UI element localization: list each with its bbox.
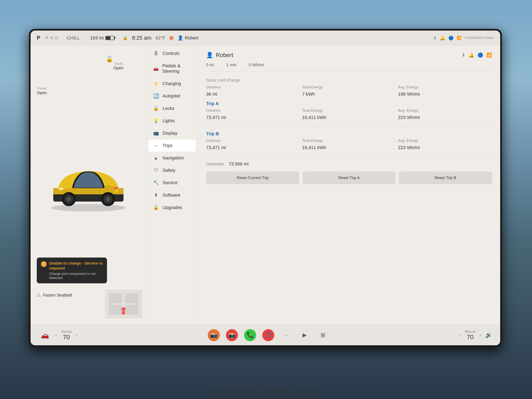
- trips-label: Trips: [163, 143, 172, 148]
- svg-point-8: [106, 197, 110, 201]
- camera-icon-taskbar[interactable]: 📷: [208, 329, 220, 341]
- apps-icon-taskbar[interactable]: ⊞: [317, 329, 329, 341]
- since-charge-values: 36 mi 7 kWh 198 Wh/mi: [206, 91, 492, 97]
- menu-pedals-steering[interactable]: 🚗 Pedals & Steering: [148, 60, 196, 77]
- bluetooth-icon: 🔵: [448, 36, 454, 40]
- display-label: Display: [163, 131, 177, 136]
- menu-safety[interactable]: 🛡 Safety: [148, 165, 196, 176]
- floor-map: [105, 290, 142, 318]
- gear-modes: R N D: [45, 36, 58, 40]
- slc-avg-value: 198 Wh/mi: [398, 91, 492, 97]
- menu-autopilot[interactable]: 🔄 Autopilot: [148, 90, 196, 102]
- main-content: 🔓 Trunk Open Frunk Open: [31, 45, 500, 325]
- trip-b-section: Trip B Distance Total Energy Avg. Energy…: [206, 131, 492, 156]
- status-bar: P R N D CHILL 193 mi 🔒 8:25 am 62°F 👤 Ro…: [31, 31, 500, 45]
- svg-point-5: [67, 197, 71, 201]
- download-icon: ⬇: [462, 52, 465, 58]
- gear-indicator: P: [37, 35, 41, 41]
- right-climate-control: Manual 70: [465, 330, 475, 341]
- taskbar: 🚗 ‹ Manual 70 › 📷 📸 📞 🎵 ··· ▶ ⊞: [31, 325, 500, 345]
- signal-bars-icon: 📶: [486, 52, 492, 58]
- svg-text:⚡: ⚡: [114, 188, 119, 193]
- svg-rect-13: [126, 294, 138, 303]
- locks-label: Locks: [163, 106, 174, 111]
- tb-avg-value: 223 Wh/mi: [398, 145, 492, 150]
- trunk-label-title: Trunk: [113, 62, 124, 66]
- menu-trips[interactable]: ↔ Trips: [148, 139, 196, 152]
- more-icon-taskbar[interactable]: ···: [280, 329, 292, 341]
- menu-upgrades[interactable]: 🔓 Upgrades: [148, 202, 196, 214]
- download-icon: ⬇: [433, 36, 437, 40]
- frunk-label-value: Open: [37, 90, 47, 95]
- current-distance: 0 mi: [206, 63, 214, 67]
- clock: 8:25 am: [132, 35, 151, 41]
- odometer-value: 73,566 mi: [229, 161, 249, 167]
- trips-icon: ↔: [153, 143, 159, 148]
- left-climate-arrow-left[interactable]: ‹: [55, 332, 57, 338]
- right-climate-arrow-right[interactable]: ›: [480, 332, 481, 338]
- left-climate-temp: 70: [61, 334, 72, 341]
- trip-b-title: Trip B: [206, 131, 492, 137]
- tb-energy-label: Total Energy: [302, 139, 396, 143]
- taskbar-left: 🚗 ‹ Manual 70 ›: [39, 329, 77, 341]
- service-label: Service: [163, 180, 177, 185]
- controls-icon: 🎛: [153, 51, 159, 56]
- dashcam-icon-taskbar[interactable]: 📸: [226, 329, 238, 341]
- svg-point-0: [51, 204, 126, 211]
- pedals-icon: 🚗: [153, 66, 158, 71]
- reset-current-trip-button[interactable]: Reset Current Trip: [206, 172, 299, 184]
- taskbar-center: 📷 📸 📞 🎵 ··· ▶ ⊞: [208, 329, 329, 341]
- service-icon: 🔧: [153, 180, 159, 185]
- trunk-label-value: Open: [113, 66, 124, 70]
- volume-icon[interactable]: 🔊: [485, 332, 492, 338]
- car-view-panel: 🔓 Trunk Open Frunk Open: [31, 45, 146, 325]
- menu-controls[interactable]: 🎛 Controls: [148, 48, 196, 59]
- seatbelt-warning: ⚠ Fasten Seatbelt: [37, 292, 72, 298]
- driver-current-stats: 0 mi 1 min 0 Wh/mi: [206, 63, 492, 72]
- left-climate-arrow-right[interactable]: ›: [76, 332, 77, 338]
- menu-software[interactable]: ⬇ Software: [148, 189, 196, 201]
- upgrades-label: Upgrades: [163, 205, 182, 210]
- left-climate-label: Manual: [61, 330, 72, 334]
- menu-locks[interactable]: 🔒 Locks: [148, 102, 196, 114]
- menu-charging[interactable]: ⚡ Charging: [148, 78, 196, 90]
- slc-distance-value: 36 mi: [206, 91, 300, 97]
- reset-trip-b-button[interactable]: Reset Trip B: [399, 172, 492, 184]
- pedals-label: Pedals & Steering: [162, 63, 191, 74]
- status-right-icons: ⬇ 🔔 🔵 📶 PASSENGER AIRBAG: [433, 36, 494, 40]
- frunk-status: Frunk Open: [37, 87, 47, 95]
- menu-service[interactable]: 🔧 Service: [148, 177, 196, 189]
- trunk-unlock-icon: 🔓: [106, 56, 113, 63]
- safety-icon: 🛡: [153, 168, 159, 173]
- screen-bezel: P R N D CHILL 193 mi 🔒 8:25 am 62°F 👤 Ro…: [29, 29, 502, 347]
- current-energy: 0 Wh/mi: [249, 63, 264, 67]
- user-name: Robert: [185, 35, 198, 41]
- slc-avg-label: Avg. Energy: [398, 85, 492, 89]
- trips-panel: 👤 Robert ⬇ 🔔 🔵 📶 0 mi 1 min 0 Wh/mi: [198, 45, 500, 325]
- menu-navigation[interactable]: ▲ Navigation: [148, 152, 196, 164]
- charge-error-subtitle: Charge port component is not detected: [49, 272, 103, 280]
- record-indicator: [169, 36, 173, 40]
- notification-icon: 🔔: [440, 36, 445, 40]
- music-icon-taskbar[interactable]: 🎵: [262, 329, 274, 341]
- bt-icon: 🔵: [477, 52, 483, 58]
- car-icon-taskbar[interactable]: 🚗: [39, 329, 51, 341]
- passenger-airbag-label: PASSENGER AIRBAG: [465, 36, 494, 40]
- right-climate-arrow-left[interactable]: ‹: [459, 332, 461, 338]
- odometer-row: Odometer 73,566 mi: [206, 161, 492, 167]
- lock-icon: 🔒: [123, 36, 128, 40]
- controls-label: Controls: [163, 51, 179, 56]
- phone-icon-taskbar[interactable]: 📞: [244, 329, 256, 341]
- media-icon-taskbar[interactable]: ▶: [299, 329, 310, 341]
- charge-error-title: Unable to charge - Service is required: [49, 261, 103, 271]
- menu-lights[interactable]: 💡 Lights: [148, 115, 196, 127]
- since-last-charge-section: Since Last Charge Distance Total Energy …: [206, 78, 492, 97]
- user-display: 👤 Robert: [177, 35, 198, 41]
- reset-trip-a-button[interactable]: Reset Trip A: [303, 172, 396, 184]
- tb-energy-value: 16,411 kWh: [302, 145, 396, 150]
- seatbelt-warning-icon: ⚠: [37, 292, 41, 298]
- slc-energy-value: 7 kWh: [302, 91, 396, 97]
- tb-distance-value: 73,471 mi: [206, 145, 300, 150]
- menu-display[interactable]: 📺 Display: [148, 127, 196, 139]
- ta-distance-label: Distance: [206, 108, 300, 113]
